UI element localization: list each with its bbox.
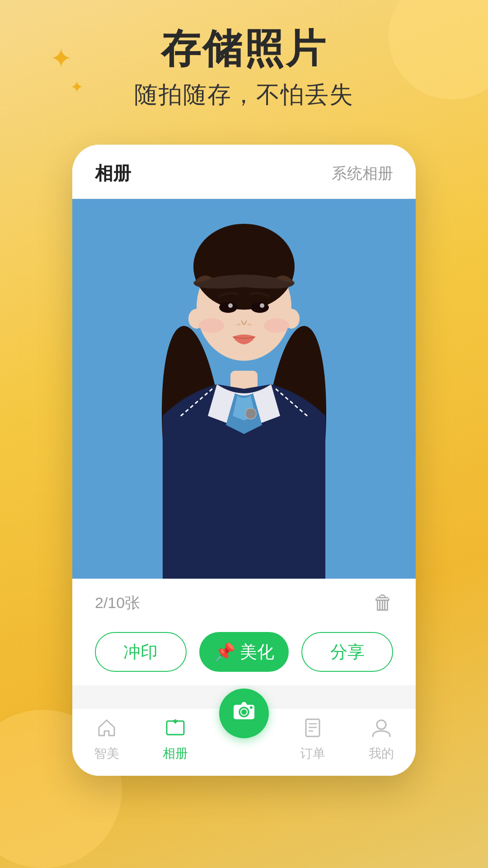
nav-item-orders[interactable]: 订单 — [286, 717, 340, 762]
svg-point-27 — [377, 720, 386, 729]
home-icon — [96, 717, 117, 741]
photo-counter: 2/10张 — [95, 592, 140, 613]
svg-point-16 — [199, 318, 224, 333]
photo-display — [72, 199, 416, 579]
nav-label-orders: 订单 — [300, 745, 325, 762]
beautify-label: 美化 — [240, 641, 274, 664]
orders-icon — [302, 717, 323, 741]
svg-point-12 — [228, 303, 233, 308]
main-title: 存储照片 — [0, 27, 488, 71]
svg-point-6 — [193, 224, 295, 310]
svg-point-14 — [236, 323, 241, 326]
svg-point-13 — [260, 303, 264, 308]
pin-icon: 📌 — [214, 642, 235, 662]
nav-item-smart-beauty[interactable]: 智美 — [80, 717, 134, 762]
svg-point-4 — [245, 408, 256, 419]
profile-icon — [371, 717, 392, 741]
camera-fab-button[interactable] — [219, 689, 269, 738]
total-count: /10张 — [103, 594, 140, 611]
phone-header: 相册 系统相册 — [72, 145, 416, 199]
tab-system-album[interactable]: 系统相册 — [332, 163, 393, 184]
bottom-nav: 智美 相册 订单 — [72, 708, 416, 776]
svg-point-21 — [250, 706, 253, 709]
print-button[interactable]: 冲印 — [95, 632, 187, 672]
svg-point-15 — [247, 323, 252, 326]
camera-icon — [232, 698, 256, 728]
title-section: 存储照片 随拍随存，不怕丢失 — [0, 27, 488, 111]
nav-item-mine[interactable]: 我的 — [354, 717, 408, 762]
beautify-button[interactable]: 📌 美化 — [199, 632, 289, 672]
nav-label-smart-beauty: 智美 — [94, 745, 119, 762]
action-buttons: 冲印 📌 美化 分享 — [72, 623, 416, 685]
info-bar: 2/10张 🗑 — [72, 579, 416, 623]
sub-title: 随拍随存，不怕丢失 — [0, 79, 488, 111]
nav-item-album[interactable]: 相册 — [148, 717, 202, 762]
nav-label-mine: 我的 — [369, 745, 394, 762]
portrait-image — [72, 199, 416, 579]
svg-point-17 — [264, 318, 289, 333]
svg-point-20 — [241, 709, 247, 715]
tab-album[interactable]: 相册 — [95, 161, 131, 186]
svg-point-10 — [251, 302, 269, 313]
svg-point-11 — [220, 302, 236, 312]
album-icon — [165, 717, 186, 741]
delete-button[interactable]: 🗑 — [373, 591, 393, 614]
current-count: 2 — [95, 594, 103, 611]
share-button[interactable]: 分享 — [301, 632, 393, 672]
nav-label-album: 相册 — [163, 745, 188, 762]
phone-mockup: 相册 系统相册 — [72, 145, 416, 776]
